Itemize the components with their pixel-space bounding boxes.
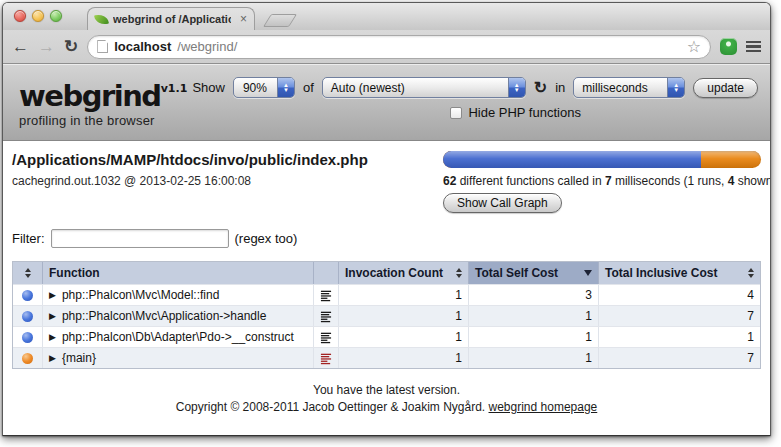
version-status: You have the latest version. <box>12 382 761 399</box>
function-column-header[interactable]: Function <box>43 262 314 284</box>
browser-tab[interactable]: webgrind of /Applications × <box>87 7 255 30</box>
function-name[interactable]: {main} <box>62 351 96 365</box>
function-type-dot <box>22 332 33 343</box>
function-name[interactable]: php::Phalcon\Mvc\Model::find <box>62 288 219 302</box>
sort-both-icon <box>748 268 754 278</box>
cost-progress-bar <box>443 151 761 168</box>
url-bar[interactable]: localhost /webgrind/ ☆ <box>87 35 711 59</box>
total-inclusive-cost-cell: 7 <box>599 348 760 368</box>
extension-icon[interactable] <box>720 38 737 55</box>
reload-icon[interactable]: ↻ <box>64 38 78 55</box>
expand-triangle-icon[interactable]: ▶ <box>49 311 56 321</box>
expand-triangle-icon[interactable]: ▶ <box>49 290 56 300</box>
table-row[interactable]: ▶php::Phalcon\Mvc\Application->handle 1 … <box>13 305 760 326</box>
webgrind-homepage-link[interactable]: webgrind homepage <box>489 400 598 414</box>
invocation-count-column-header[interactable]: Invocation Count <box>339 262 469 284</box>
unit-value: milliseconds <box>574 81 655 95</box>
title-bar: webgrind of /Applications × <box>3 3 770 30</box>
table-row[interactable]: ▶php::Phalcon\Mvc\Model::find 1 3 4 <box>13 284 760 305</box>
invocation-count-cell: 1 <box>339 306 469 326</box>
update-button[interactable]: update <box>693 78 758 98</box>
invocation-count-cell: 1 <box>339 327 469 347</box>
table-body: ▶php::Phalcon\Mvc\Model::find 1 3 4 ▶php… <box>13 284 760 368</box>
total-self-cost-column-header[interactable]: Total Self Cost <box>469 262 599 284</box>
in-label: in <box>555 80 565 95</box>
copyright-line: Copyright © 2008-2011 Jacob Oettinger & … <box>12 399 761 416</box>
file-select[interactable]: Auto (newest) ▲▼ <box>322 77 526 98</box>
color-column-header[interactable] <box>13 262 43 284</box>
source-lines-icon[interactable] <box>320 331 332 344</box>
total-self-cost-cell: 1 <box>469 306 599 326</box>
new-tab-button[interactable] <box>263 14 297 27</box>
brand: webgrindv1.1 profiling in the browser <box>19 74 192 140</box>
summary-block: 62 different functions called in 7 milli… <box>443 151 761 213</box>
expand-triangle-icon[interactable]: ▶ <box>49 353 56 363</box>
total-inclusive-cost-cell: 4 <box>599 285 760 305</box>
traffic-light-zoom-button[interactable] <box>50 10 62 22</box>
show-label: Show <box>192 80 225 95</box>
forward-icon: → <box>38 38 55 55</box>
url-path: /webgrind/ <box>177 39 237 54</box>
tab-close-icon[interactable]: × <box>240 14 247 24</box>
logo-text: webgrind <box>19 79 161 113</box>
function-name[interactable]: php::Phalcon\Db\Adapter\Pdo->__construct <box>62 330 294 344</box>
summary-text: 62 different functions called in 7 milli… <box>443 174 761 188</box>
stepper-icon: ▲▼ <box>508 77 525 98</box>
nav-toolbar: ← → ↻ localhost /webgrind/ ☆ <box>3 30 770 64</box>
table-row[interactable]: ▶{main} 1 1 7 <box>13 347 760 368</box>
table-row[interactable]: ▶php::Phalcon\Db\Adapter\Pdo->__construc… <box>13 326 760 347</box>
webgrind-header: webgrindv1.1 profiling in the browser Sh… <box>3 64 770 141</box>
invocation-count-cell: 1 <box>339 285 469 305</box>
bookmark-star-icon[interactable]: ☆ <box>687 39 701 55</box>
source-lines-icon[interactable] <box>320 352 332 365</box>
source-lines-icon[interactable] <box>320 310 332 323</box>
function-type-dot <box>22 311 33 322</box>
sort-desc-icon <box>584 270 592 276</box>
expand-triangle-icon[interactable]: ▶ <box>49 332 56 342</box>
percent-value: 90% <box>235 81 275 95</box>
table-header-row: Function Invocation Count Total Self Cos… <box>13 262 760 284</box>
traffic-light-minimize-button[interactable] <box>32 10 44 22</box>
stepper-icon: ▲▼ <box>667 77 684 98</box>
unit-select[interactable]: milliseconds ▲▼ <box>573 77 685 98</box>
progress-blue-segment <box>443 151 701 168</box>
total-self-cost-cell: 3 <box>469 285 599 305</box>
filter-regex-hint: (regex too) <box>235 231 298 246</box>
content: /Applications/MAMP/htdocs/invo/public/in… <box>3 141 770 435</box>
refresh-files-icon[interactable]: ↻ <box>534 80 547 96</box>
tab-title: webgrind of /Applications <box>113 13 231 25</box>
url-host: localhost <box>114 39 171 54</box>
sort-both-icon <box>25 268 31 278</box>
file-value: Auto (newest) <box>323 81 413 95</box>
sort-both-icon <box>456 268 462 278</box>
function-type-dot <box>22 290 33 301</box>
trace-file-info: cachegrind.out.1032 @ 2013-02-25 16:00:0… <box>12 174 368 188</box>
version-label: v1.1 <box>161 82 188 95</box>
favicon-leaf-icon <box>94 12 109 25</box>
total-inclusive-cost-cell: 1 <box>599 327 760 347</box>
menu-hamburger-icon[interactable] <box>746 41 761 52</box>
webgrind-logo: webgrindv1.1 <box>19 74 192 111</box>
source-lines-icon[interactable] <box>320 289 332 302</box>
back-icon[interactable]: ← <box>12 38 29 55</box>
browser-window: webgrind of /Applications × ← → ↻ localh… <box>2 2 771 436</box>
filter-input[interactable] <box>51 229 229 248</box>
function-type-dot <box>22 353 33 364</box>
hide-php-checkbox[interactable] <box>450 107 462 119</box>
tagline: profiling in the browser <box>19 113 192 128</box>
percent-select[interactable]: 90% ▲▼ <box>233 77 295 98</box>
screenshot: webgrind of /Applications × ← → ↻ localh… <box>0 0 781 447</box>
hide-php-label: Hide PHP functions <box>468 105 581 120</box>
invocation-count-cell: 1 <box>339 348 469 368</box>
show-call-graph-button[interactable]: Show Call Graph <box>443 193 562 213</box>
site-footer: You have the latest version. Copyright ©… <box>12 382 761 416</box>
of-label: of <box>303 80 314 95</box>
total-self-cost-cell: 1 <box>469 348 599 368</box>
function-name[interactable]: php::Phalcon\Mvc\Application->handle <box>62 309 266 323</box>
total-inclusive-cost-column-header[interactable]: Total Inclusive Cost <box>599 262 760 284</box>
stepper-icon: ▲▼ <box>277 77 294 98</box>
traffic-light-close-button[interactable] <box>14 10 26 22</box>
source-column-header <box>314 262 339 284</box>
page-icon <box>97 40 108 53</box>
total-inclusive-cost-cell: 7 <box>599 306 760 326</box>
